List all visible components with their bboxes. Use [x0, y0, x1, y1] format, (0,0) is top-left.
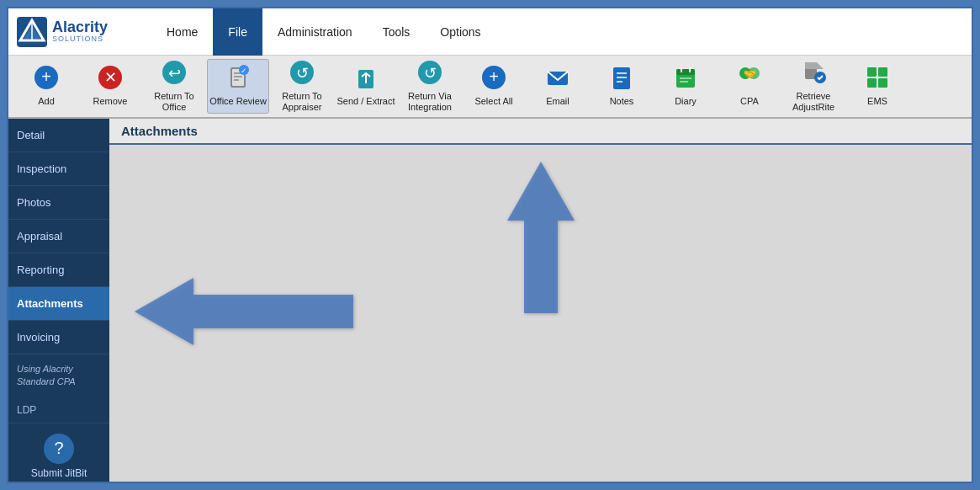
svg-rect-44	[878, 67, 887, 77]
toolbar-return-integration-label: Return Via Integration	[400, 91, 459, 113]
arrow-up	[507, 162, 575, 317]
toolbar-diary-button[interactable]: Diary	[654, 59, 717, 114]
diary-icon	[673, 65, 698, 94]
toolbar-diary-label: Diary	[675, 96, 697, 107]
sidebar-item-inspection[interactable]: Inspection	[8, 152, 109, 186]
sidebar-item-attachments[interactable]: Attachments	[8, 287, 109, 321]
toolbar-return-to-office-button[interactable]: ↩ Return To Office	[143, 59, 205, 114]
toolbar-cpa-button[interactable]: 🤝 CPA	[718, 59, 781, 114]
return-appraiser-icon: ↺	[289, 60, 315, 89]
logo-subtitle: SOLUTIONS	[52, 35, 108, 44]
select-all-icon: +	[481, 65, 506, 94]
sidebar-info-text: Using Alacrity Standard CPA	[8, 354, 109, 397]
sidebar-jitbit-label: Submit JitBit	[31, 467, 87, 479]
toolbar-remove-button[interactable]: ✕ Remove	[79, 59, 141, 114]
sidebar-jitbit-button[interactable]: ? Submit JitBit	[8, 423, 109, 482]
toolbar-retrieve-label: Retrieve AdjustRite	[784, 91, 843, 113]
svg-text:↺: ↺	[424, 65, 437, 82]
logo-name: Alacrity	[52, 19, 108, 36]
svg-rect-41	[805, 62, 817, 69]
return-integration-icon: ↺	[417, 60, 442, 89]
toolbar-select-all-button[interactable]: + Select All	[463, 59, 525, 114]
jitbit-icon: ?	[44, 434, 74, 464]
sidebar: Detail Inspection Photos Appraisal Repor…	[8, 119, 109, 482]
svg-marker-49	[507, 162, 575, 313]
email-icon	[545, 65, 570, 94]
svg-text:+: +	[489, 67, 499, 86]
toolbar-notes-label: Notes	[610, 96, 634, 107]
content-area: Detail Inspection Photos Appraisal Repor…	[8, 119, 972, 482]
sidebar-item-invoicing[interactable]: Invoicing	[8, 321, 109, 354]
toolbar-notes-button[interactable]: Notes	[591, 59, 653, 114]
svg-text:+: +	[41, 67, 51, 86]
ems-icon	[865, 65, 890, 94]
nav-home[interactable]: Home	[151, 8, 213, 56]
alacrity-logo-icon	[17, 17, 47, 47]
toolbar-add-label: Add	[38, 96, 55, 107]
svg-rect-46	[878, 78, 887, 88]
toolbar-office-review-label: Office Review	[209, 96, 267, 107]
nav-menu: Home File Administration Tools Options	[151, 8, 496, 55]
notes-icon	[609, 65, 634, 94]
toolbar-return-appraiser-button[interactable]: ↺ Return To Appraiser	[271, 59, 333, 114]
retrieve-adjustrite-icon	[801, 60, 826, 89]
arrow-left	[135, 278, 353, 349]
attachments-body	[109, 145, 972, 482]
svg-text:🤝: 🤝	[744, 67, 756, 80]
remove-icon: ✕	[98, 65, 123, 94]
sidebar-ldp-label: LDP	[8, 397, 109, 423]
svg-rect-45	[867, 78, 877, 88]
logo-area: Alacrity SOLUTIONS	[17, 17, 135, 47]
logo-text: Alacrity SOLUTIONS	[52, 19, 108, 45]
svg-text:↺: ↺	[296, 65, 309, 82]
svg-rect-26	[613, 67, 630, 89]
section-title: Attachments	[109, 119, 972, 145]
send-extract-icon	[353, 65, 379, 94]
toolbar-cpa-label: CPA	[740, 96, 759, 107]
svg-marker-40	[817, 62, 824, 69]
svg-marker-48	[135, 278, 353, 345]
sidebar-item-reporting[interactable]: Reporting	[8, 253, 109, 287]
toolbar-remove-label: Remove	[93, 96, 128, 107]
toolbar-email-label: Email	[546, 96, 569, 107]
toolbar-select-all-label: Select All	[474, 96, 512, 107]
toolbar-return-integration-button[interactable]: ↺ Return Via Integration	[399, 59, 461, 114]
menu-bar: Alacrity SOLUTIONS Home File Administrat…	[8, 8, 972, 56]
toolbar: + Add ✕ Remove ↩ Return To Office	[8, 56, 972, 119]
nav-file[interactable]: File	[213, 8, 262, 56]
outer-border: Alacrity SOLUTIONS Home File Administrat…	[0, 0, 980, 490]
cpa-icon: 🤝	[737, 65, 762, 94]
toolbar-retrieve-adjustrite-button[interactable]: Retrieve AdjustRite	[782, 59, 845, 114]
svg-rect-31	[676, 69, 695, 75]
toolbar-add-button[interactable]: + Add	[15, 59, 77, 114]
toolbar-return-office-label: Return To Office	[145, 91, 204, 113]
svg-text:↩: ↩	[168, 65, 181, 82]
nav-tools[interactable]: Tools	[368, 8, 426, 56]
sidebar-item-appraisal[interactable]: Appraisal	[8, 220, 109, 253]
toolbar-ems-button[interactable]: EMS	[846, 59, 908, 114]
toolbar-send-label: Send / Extract	[336, 96, 395, 107]
toolbar-send-extract-button[interactable]: Send / Extract	[335, 59, 397, 114]
svg-text:✓: ✓	[241, 67, 247, 75]
main-panel: Attachments	[109, 119, 972, 482]
nav-options[interactable]: Options	[425, 8, 495, 56]
sidebar-item-photos[interactable]: Photos	[8, 186, 109, 220]
office-review-icon: ✓	[225, 65, 251, 94]
toolbar-office-review-button[interactable]: ✓ Office Review	[207, 59, 269, 114]
toolbar-ems-label: EMS	[867, 96, 887, 107]
toolbar-email-button[interactable]: Email	[527, 59, 589, 114]
sidebar-item-detail[interactable]: Detail	[8, 119, 109, 152]
nav-administration[interactable]: Administration	[262, 8, 368, 56]
return-to-office-icon: ↩	[162, 60, 187, 89]
add-icon: +	[34, 65, 59, 94]
inner-container: Alacrity SOLUTIONS Home File Administrat…	[7, 7, 973, 483]
toolbar-return-appraiser-label: Return To Appraiser	[273, 91, 331, 113]
svg-text:✕: ✕	[104, 69, 117, 86]
svg-rect-43	[867, 67, 877, 77]
